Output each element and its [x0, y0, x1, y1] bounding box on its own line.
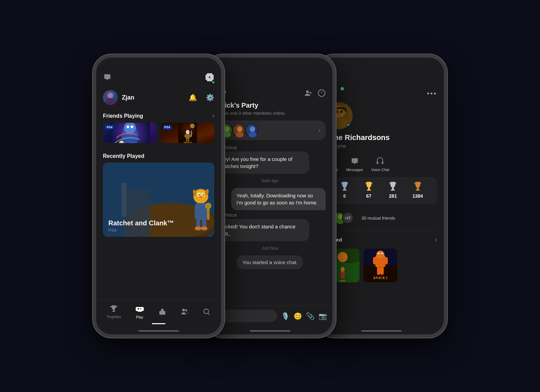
svg-point-99 — [378, 254, 379, 255]
svg-point-54 — [306, 90, 309, 93]
user-avatar[interactable] — [103, 90, 118, 105]
settings-gear[interactable]: ⚙️ — [206, 93, 214, 102]
member-avatar-2 — [233, 124, 245, 137]
friends-playing-chevron[interactable]: › — [212, 112, 214, 119]
svg-rect-101 — [373, 257, 376, 264]
chat-group-1: ace-Wildcat Hey! Are you free for a coup… — [214, 145, 326, 174]
gold-trophy-icon — [364, 181, 374, 192]
nav-trophies[interactable]: Trophies — [103, 303, 124, 320]
p3-top-bar: ••• — [319, 73, 444, 102]
timestamp-1: 5min ago — [214, 178, 326, 183]
svg-point-16 — [186, 130, 189, 134]
svg-rect-91 — [341, 272, 345, 278]
svg-point-43 — [201, 226, 208, 230]
play-controller-icon — [135, 304, 144, 314]
friends-grid: PS4 — [96, 123, 221, 148]
friend-card-1[interactable]: PS4 — [103, 123, 157, 143]
chat-group-3: ace-Wildcat Wicked! You don't stand a ch… — [214, 213, 326, 241]
party-members[interactable]: › — [214, 120, 326, 140]
trophies-label: Trophies — [107, 315, 121, 319]
divider-1 — [326, 230, 437, 231]
p3-games: HZD — [319, 246, 444, 285]
nav-icons: Trophies Play — [96, 303, 221, 320]
svg-point-10 — [127, 125, 129, 128]
svg-rect-22 — [191, 131, 192, 137]
emoji-icon[interactable]: 😊 — [294, 312, 302, 320]
recently-played-header: Recently Played — [96, 148, 221, 163]
notification-bell[interactable]: 🔔 — [189, 93, 197, 102]
mutual-friends: +27 30 mutual friends — [319, 209, 444, 226]
svg-rect-29 — [122, 183, 127, 217]
svg-rect-3 — [207, 78, 212, 81]
svg-rect-82 — [416, 190, 420, 191]
svg-rect-81 — [417, 188, 419, 190]
knack-thumb[interactable]: KNACK 2 — [363, 249, 397, 282]
svg-point-45 — [206, 203, 211, 208]
attach-icon[interactable]: 📎 — [306, 312, 315, 320]
p2-add-friend-icon[interactable] — [304, 89, 312, 97]
svg-point-11 — [131, 125, 133, 128]
svg-rect-23 — [190, 133, 192, 134]
svg-text:HZD: HZD — [340, 279, 346, 282]
svg-point-90 — [341, 267, 345, 272]
svg-point-100 — [382, 254, 383, 255]
svg-point-15 — [190, 123, 194, 128]
chat-messages: ace-Wildcat Hey! Are you free for a coup… — [208, 145, 332, 269]
phone-left: Zjan 🔔 ⚙️ Friends Playing › PS4 — [93, 54, 224, 338]
recently-played-chevron[interactable]: › — [435, 236, 437, 243]
friends-icon — [181, 308, 189, 316]
svg-rect-18 — [184, 134, 186, 137]
p2-right-icons — [304, 89, 326, 97]
svg-rect-2 — [207, 73, 212, 77]
nav-friends[interactable] — [177, 306, 192, 317]
svg-text:MediEvil: MediEvil — [183, 141, 192, 143]
camera-icon[interactable]: 📷 — [319, 312, 327, 320]
ratchet-card-wrapper[interactable]: Ratchet and Clank™ PS4 — [96, 163, 221, 237]
party-title: Ferick's Party — [214, 102, 326, 109]
notch-middle — [248, 58, 292, 67]
recently-played-row: Played › — [319, 233, 444, 246]
svg-rect-75 — [344, 188, 346, 190]
silver-trophy-icon — [388, 181, 398, 192]
p3-online-dot — [341, 87, 344, 90]
svg-rect-79 — [392, 188, 394, 190]
bottom-nav: Trophies Play — [96, 299, 221, 334]
p2-info-icon[interactable] — [318, 89, 326, 97]
trophy-icon — [110, 305, 118, 313]
bronze-trophy-icon — [413, 181, 423, 192]
ratchet-card: Ratchet and Clank™ PS4 — [103, 163, 214, 237]
svg-point-59 — [236, 132, 244, 137]
nav-play[interactable]: Play — [132, 303, 148, 320]
messages-icon-wrapper — [103, 73, 112, 83]
p3-action-voice-chat[interactable]: Voice Chat — [371, 157, 389, 172]
timestamp-2: Just Now — [214, 246, 326, 251]
sender-3: ace-Wildcat — [216, 213, 326, 218]
svg-rect-76 — [343, 190, 347, 191]
svg-rect-103 — [377, 267, 380, 275]
messages-icon[interactable] — [103, 73, 112, 82]
svg-rect-47 — [112, 311, 115, 312]
mic-icon[interactable]: 🎙️ — [281, 312, 290, 320]
silver-count: 281 — [389, 193, 397, 199]
p3-messages-label: Messages — [346, 168, 363, 172]
search-icon — [202, 308, 211, 316]
svg-text:KNACK 2: KNACK 2 — [373, 276, 387, 280]
svg-point-58 — [237, 127, 242, 132]
recently-played-title: Recently Played — [103, 153, 144, 159]
p3-profile-area: Jane Richardsons zanytyme — [319, 102, 444, 154]
recent-game-title: Ratchet and Clank™ — [108, 219, 174, 227]
party-subtitle: Wildcat and 3 other members online. — [214, 111, 326, 116]
store-icon — [158, 308, 166, 316]
nav-store[interactable] — [155, 306, 170, 317]
ps-game-icon-wrapper[interactable] — [205, 73, 214, 83]
nav-search[interactable] — [199, 306, 214, 317]
svg-point-51 — [204, 309, 209, 314]
silver-trophy: 281 — [388, 181, 398, 199]
svg-point-61 — [248, 132, 256, 137]
svg-point-36 — [198, 194, 200, 195]
chat-bubble-1: Hey! Are you free for a couple of matche… — [214, 151, 309, 174]
svg-rect-19 — [189, 134, 191, 137]
p3-action-messages[interactable]: Messages — [346, 157, 363, 172]
friend-card-2[interactable]: PS4 — [161, 123, 214, 143]
options-dots[interactable]: ••• — [427, 90, 437, 97]
